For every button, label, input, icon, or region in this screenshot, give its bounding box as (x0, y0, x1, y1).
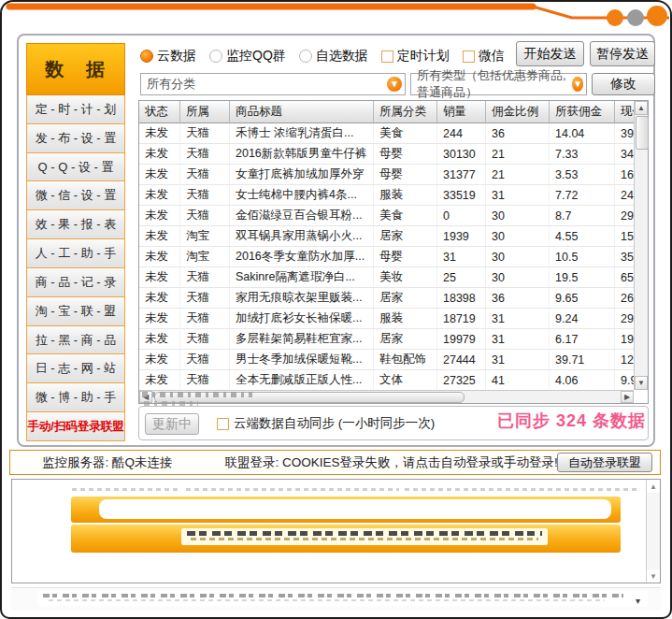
modify-button[interactable]: 修改 (592, 73, 655, 95)
table-row[interactable]: 未发淘宝2016冬季女童防水加厚...母婴313010.535.00 (139, 247, 634, 267)
table-body: 未发天猫禾博士 浓缩乳清蛋白...美食2443614.0439.00未发天猫20… (139, 123, 634, 391)
table-row[interactable]: 未发天猫女士纯棉中腰内裤4条...服装33519317.7224.90 (139, 185, 634, 206)
sidebar-item[interactable]: 效 - 果 - 报 - 表 (26, 210, 125, 239)
table-row[interactable]: 未发天猫全本无删减版正版人性...文体27325414.069.90 (139, 370, 634, 391)
sidebar-item[interactable]: 定 - 时 - 计 - 划 (26, 95, 125, 124)
marquee-text-artifact (181, 528, 548, 545)
column-header[interactable]: 状态 (139, 101, 180, 123)
table-cell-shop: 天猫 (180, 309, 230, 329)
table-cell-title: 金佰滋绿豆百合银耳粉... (230, 206, 374, 226)
sidebar-menu: 定 - 时 - 计 - 划发 - 布 - 设 - 置Q - Q - 设 - 置微… (26, 95, 125, 441)
minimize-button[interactable] (607, 9, 623, 26)
table-cell-ratio: 30 (486, 247, 550, 267)
pause-send-button[interactable]: 暂停发送 (590, 41, 655, 66)
table-cell-status: 未发 (139, 185, 180, 206)
column-header[interactable]: 所属分类 (374, 101, 437, 123)
table-cell-title: 女童打底裤加绒加厚外穿 (230, 165, 374, 185)
synced-count-text: 已同步 324 条数据 (497, 410, 646, 432)
checkbox-label: 微信 (479, 48, 505, 65)
vertical-scrollbar[interactable]: ▲ ▼ (634, 101, 648, 390)
table-cell-shop: 淘宝 (180, 247, 230, 267)
radio-icon (209, 50, 222, 63)
table-cell-title: 多层鞋架简易鞋柜宜家... (230, 329, 374, 350)
sidebar-item[interactable]: 人 - 工 - 助 - 手 (26, 239, 125, 268)
table-cell-ratio: 21 (486, 144, 550, 165)
table-cell-price: 26.80 (615, 288, 634, 309)
table-cell-ratio: 21 (486, 165, 550, 185)
scroll-down-icon[interactable]: ▼ (635, 376, 648, 390)
table-cell-title: 男士冬季加绒保暖短靴... (230, 350, 374, 370)
embedded-web-view[interactable]: ▲ ▼ (11, 479, 661, 583)
table-cell-status: 未发 (139, 247, 180, 267)
scroll-up-icon[interactable]: ▲ (647, 480, 660, 493)
checkbox-定时计划[interactable]: 定时计划 (381, 48, 450, 65)
scroll-up-icon[interactable]: ▲ (635, 101, 648, 115)
column-header[interactable]: 现价 (615, 101, 634, 123)
table-row[interactable]: 未发天猫禾博士 浓缩乳清蛋白...美食2443614.0439.00 (139, 123, 634, 144)
table-cell-title: Sakinre隔离遮瑕净白... (230, 267, 374, 288)
table-cell-commission: 9.24 (550, 309, 615, 329)
chevron-down-icon: ▼ (572, 77, 583, 92)
table-cell-sales: 18398 (437, 288, 486, 309)
table-cell-sales: 244 (437, 123, 486, 144)
column-header[interactable]: 商品标题 (230, 101, 374, 123)
sidebar-item[interactable]: 微 - 博 - 助 - 手 (26, 383, 125, 412)
table-cell-ratio: 36 (486, 288, 550, 309)
table-row[interactable]: 未发天猫多层鞋架简易鞋柜宜家...居家19979316.1719.90 (139, 329, 634, 350)
sidebar-item[interactable]: 微 - 信 - 设 - 置 (26, 181, 125, 210)
table-cell-sales: 27325 (437, 370, 486, 391)
products-table: 状态所属商品标题所属分类销量佣金比例所获佣金现价 未发天猫禾博士 浓缩乳清蛋白.… (138, 100, 649, 404)
auto-sync-checkbox[interactable]: 云端数据自动同步 (一小时同步一次) (217, 415, 435, 432)
type-filter-select[interactable]: 所有类型（包括优惠券商品, 普通商品） ▼ (410, 73, 587, 95)
category-filter-select[interactable]: 所有分类 ▼ (140, 73, 406, 95)
vertical-scroll-thumb[interactable] (636, 116, 649, 150)
table-cell-sales: 31 (437, 247, 486, 267)
sidebar-item[interactable]: 淘 - 宝 - 联 - 盟 (26, 297, 125, 326)
sidebar-item[interactable]: 日 - 志 - 网 - 站 (26, 354, 125, 383)
table-cell-category: 服装 (374, 185, 437, 206)
table-row[interactable]: 未发天猫2016新款韩版男童牛仔裤母婴30130217.3334.90 (139, 144, 634, 165)
sidebar-item-manual-login[interactable]: 手动/扫码登录联盟 (26, 412, 125, 441)
sidebar-item[interactable]: Q - Q - 设 - 置 (26, 153, 125, 182)
clipped-text-artifact (43, 594, 623, 597)
table-cell-status: 未发 (139, 165, 180, 185)
table-cell-price: 35.00 (615, 247, 634, 267)
radio-自选数据[interactable]: 自选数据 (299, 48, 368, 65)
table-row[interactable]: 未发天猫Sakinre隔离遮瑕净白...美妆253019.565.00 (139, 267, 634, 288)
table-cell-ratio: 36 (486, 123, 550, 144)
column-header[interactable]: 所属 (180, 101, 230, 123)
column-header[interactable]: 销量 (437, 101, 486, 123)
table-row[interactable]: 未发天猫加绒打底衫女长袖保暖...服装18719319.2429.80 (139, 309, 634, 329)
close-button[interactable] (647, 6, 667, 26)
updating-button[interactable]: 更新中 (145, 413, 199, 435)
radio-icon (299, 50, 312, 63)
web-scrollbar[interactable]: ▲ ▼ (646, 480, 660, 583)
table-cell-ratio: 31 (486, 309, 550, 329)
radio-云数据[interactable]: 云数据 (140, 48, 196, 65)
table-cell-status: 未发 (139, 267, 180, 288)
sidebar-item[interactable]: 拉 - 黑 - 商 - 品 (26, 326, 125, 355)
auto-login-button[interactable]: 自动登录联盟 (557, 453, 652, 472)
table-cell-price: 29.00 (615, 206, 634, 226)
column-header[interactable]: 佣金比例 (486, 101, 550, 123)
table-cell-commission: 3.53 (550, 165, 615, 185)
table-row[interactable]: 未发天猫家用无痕晾衣架里贩装...居家18398369.6526.80 (139, 288, 634, 309)
table-cell-shop: 天猫 (180, 144, 230, 165)
start-send-button[interactable]: 开始发送 (516, 41, 584, 66)
checkbox-微信[interactable]: 微信 (463, 48, 505, 65)
web-banner-marquee (71, 525, 621, 553)
scroll-down-icon[interactable]: ▼ (647, 569, 660, 583)
sidebar-item[interactable]: 商 - 品 - 记 - 录 (26, 268, 125, 297)
table-cell-status: 未发 (139, 144, 180, 165)
table-row[interactable]: 未发天猫女童打底裤加绒加厚外穿母婴31377213.5316.80 (139, 165, 634, 185)
table-row[interactable]: 未发天猫金佰滋绿豆百合银耳粉...美食0308.729.00 (139, 206, 634, 226)
table-cell-sales: 19979 (437, 329, 486, 350)
sidebar-item[interactable]: 发 - 布 - 设 - 置 (26, 124, 125, 153)
footer-box (37, 590, 648, 607)
table-row[interactable]: 未发淘宝双耳锅具家用蒸锅小火...居家1939304.5515.17 (139, 226, 634, 247)
table-row[interactable]: 未发天猫男士冬季加绒保暖短靴...鞋包配饰274443139.71128.1 (139, 350, 634, 370)
radio-监控QQ群[interactable]: 监控QQ群 (209, 48, 286, 65)
scroll-right-icon[interactable]: ▶ (621, 391, 634, 403)
tray-button[interactable] (627, 9, 644, 26)
column-header[interactable]: 所获佣金 (550, 101, 615, 123)
